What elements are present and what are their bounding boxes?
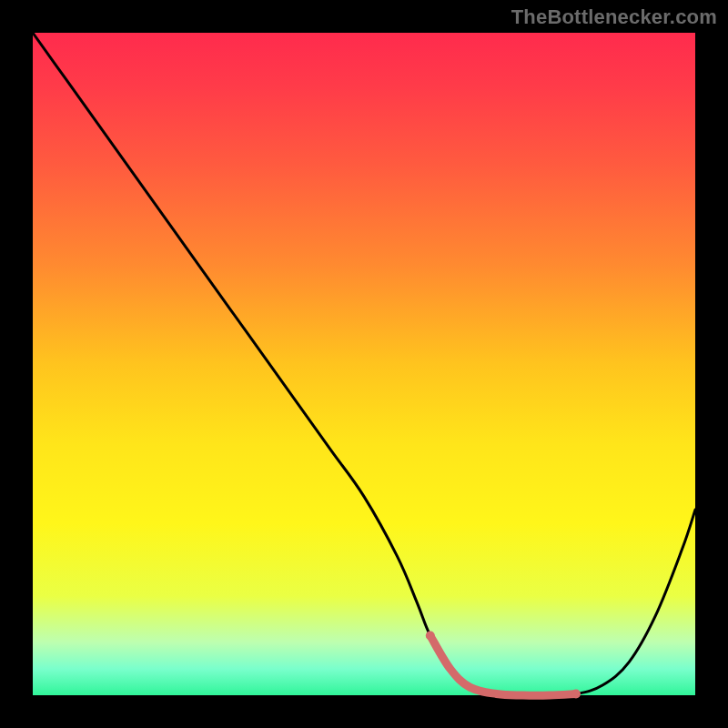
sweet-spot-endcap-1 — [571, 690, 581, 699]
bottleneck-chart — [0, 0, 728, 728]
chart-background — [33, 33, 695, 695]
sweet-spot-endcap-0 — [426, 631, 435, 640]
chart-stage: TheBottlenecker.com — [0, 0, 728, 728]
